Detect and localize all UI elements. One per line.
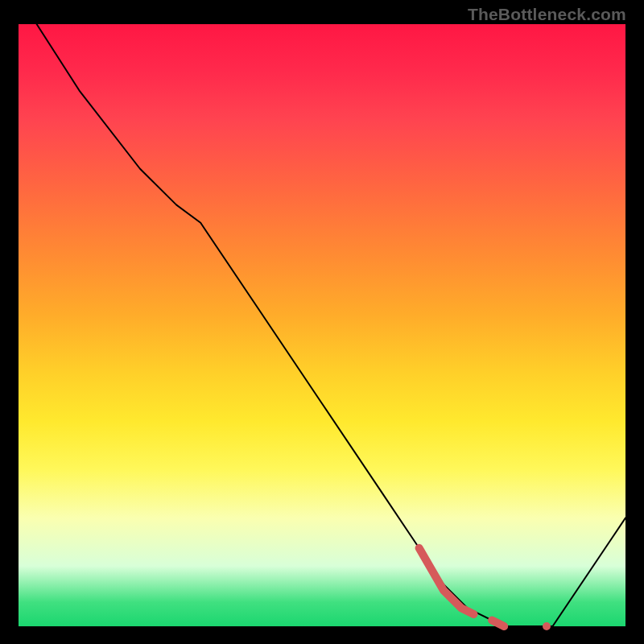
chart-stage: TheBottleneck.com xyxy=(0,0,644,644)
svg-point-0 xyxy=(543,622,551,630)
highlight-segment xyxy=(419,548,551,630)
chart-svg xyxy=(19,24,625,626)
attribution-label: TheBottleneck.com xyxy=(468,5,626,24)
plot-area xyxy=(19,24,625,626)
main-curve xyxy=(37,24,625,626)
